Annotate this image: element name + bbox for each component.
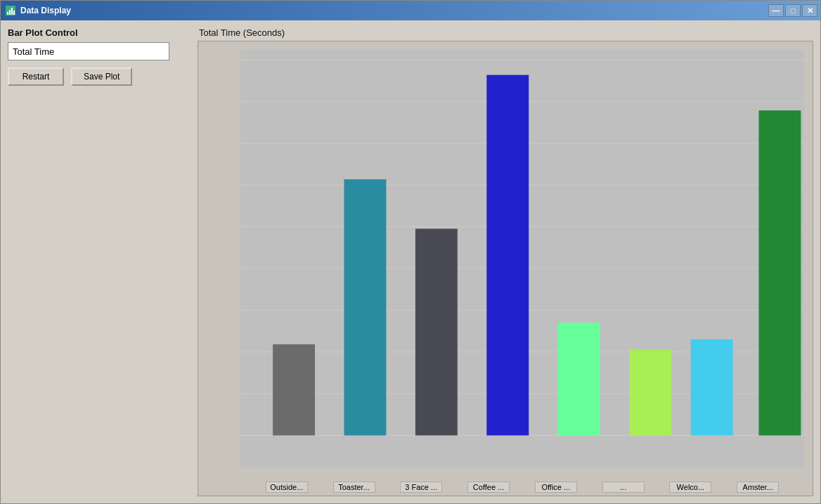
bar-plot-control-section: Bar Plot Control Total Time Average Time…: [8, 27, 190, 60]
title-controls: — □ ✕: [768, 4, 817, 17]
close-button[interactable]: ✕: [802, 4, 817, 17]
save-plot-button[interactable]: Save Plot: [71, 67, 132, 86]
x-label-amsterdam[interactable]: Amster...: [737, 482, 779, 493]
bar-unknown: [629, 350, 671, 436]
sidebar: Bar Plot Control Total Time Average Time…: [8, 27, 190, 496]
svg-rect-1: [7, 12, 8, 15]
restart-button[interactable]: Restart: [8, 67, 64, 86]
x-label-office[interactable]: Office ...: [535, 482, 577, 493]
content-area: Bar Plot Control Total Time Average Time…: [1, 20, 820, 503]
title-bar: Data Display — □ ✕: [1, 1, 820, 20]
main-window: Data Display — □ ✕ Bar Plot Control Tota…: [0, 0, 821, 504]
maximize-button[interactable]: □: [785, 4, 801, 17]
bar-chart: 7.00 6.30 5.60 4.90 4.20 3.50 2.80 2.10 …: [240, 50, 804, 467]
bar-office: [558, 323, 600, 435]
chart-container: 7.00 6.30 5.60 4.90 4.20 3.50 2.80 2.10 …: [198, 41, 813, 496]
section-title: Bar Plot Control: [8, 27, 190, 38]
x-label-unknown[interactable]: ...: [602, 482, 645, 493]
x-axis-labels: Outside... Toaster... 3 Face ... Coffee …: [240, 482, 804, 493]
svg-rect-2: [9, 10, 11, 15]
x-label-toaster[interactable]: Toaster...: [333, 482, 375, 493]
x-label-coffee[interactable]: Coffee ...: [467, 482, 510, 493]
bar-outside: [273, 344, 315, 436]
bar-coffee: [486, 75, 529, 436]
dropdown-container: Total Time Average Time Count: [8, 42, 190, 60]
x-label-outside[interactable]: Outside...: [266, 482, 308, 493]
plot-type-dropdown[interactable]: Total Time Average Time Count: [8, 42, 169, 60]
x-label-welco[interactable]: Welco...: [669, 482, 711, 493]
chart-title: Total Time (Seconds): [198, 27, 813, 38]
bar-3face: [415, 228, 458, 435]
svg-rect-4: [13, 11, 15, 15]
svg-rect-3: [11, 8, 13, 15]
buttons-row: Restart Save Plot: [8, 67, 190, 86]
window-title: Data Display: [20, 6, 71, 15]
bar-welco: [691, 340, 733, 436]
bar-toaster: [344, 179, 386, 435]
chart-area: Total Time (Seconds): [198, 27, 813, 496]
bar-amsterdam: [758, 110, 801, 435]
title-bar-left: Data Display: [5, 5, 71, 16]
x-label-3face[interactable]: 3 Face ...: [400, 482, 442, 493]
minimize-button[interactable]: —: [768, 4, 784, 17]
app-icon: [5, 5, 16, 16]
